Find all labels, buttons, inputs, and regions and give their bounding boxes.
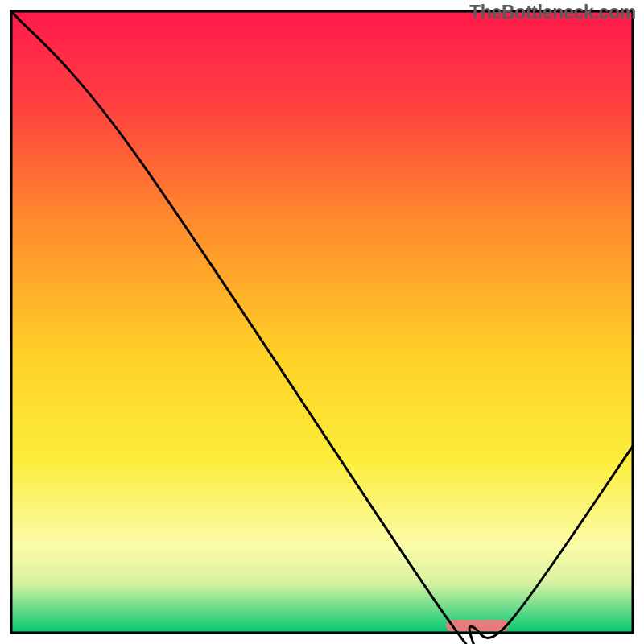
chart-background [11, 11, 633, 633]
watermark-text: TheBottleneck.com [469, 2, 636, 23]
bottleneck-chart [0, 0, 644, 644]
chart-container: TheBottleneck.com [0, 0, 644, 644]
